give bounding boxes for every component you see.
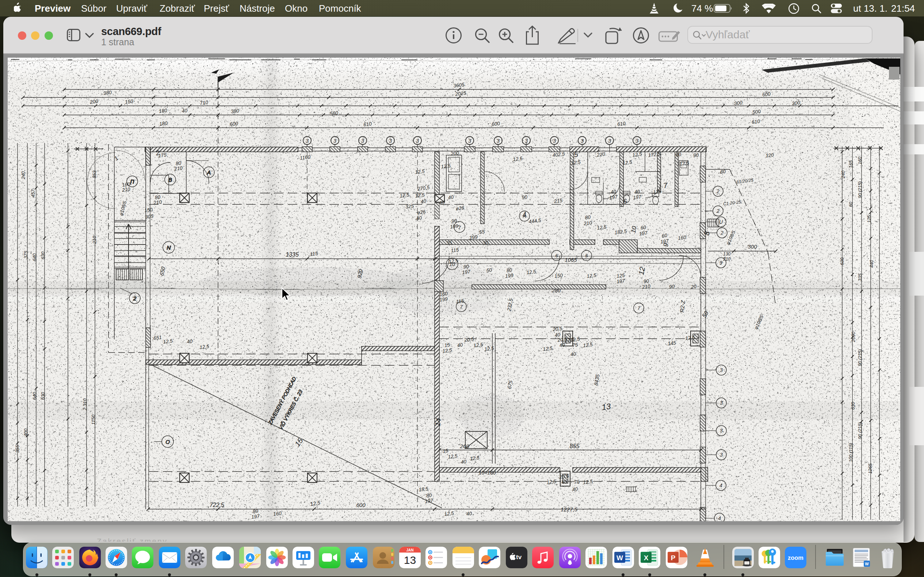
svg-text:640: 640 [32, 392, 37, 400]
svg-text:500: 500 [752, 109, 761, 115]
svg-text:O: O [165, 439, 170, 445]
svg-text:210: 210 [173, 165, 183, 172]
svg-text:3: 3 [581, 138, 584, 144]
svg-text:199: 199 [449, 223, 459, 230]
svg-text:3: 3 [333, 138, 337, 144]
svg-text:B: B [168, 177, 172, 183]
svg-text:3: 3 [361, 138, 365, 144]
svg-text:630: 630 [851, 402, 856, 410]
svg-text:600: 600 [229, 121, 239, 127]
svg-text:40: 40 [559, 342, 565, 348]
svg-text:90: 90 [669, 284, 675, 290]
svg-text:199: 199 [469, 234, 478, 241]
svg-text:175: 175 [158, 152, 167, 159]
svg-text:197: 197 [609, 194, 618, 201]
svg-text:JAN: JAN [406, 548, 414, 552]
svg-text:60: 60 [848, 202, 853, 207]
svg-text:3: 3 [720, 428, 723, 434]
svg-text:600: 600 [491, 121, 500, 127]
svg-text:210: 210 [641, 284, 651, 290]
svg-text:100 (115): 100 (115) [848, 443, 853, 463]
svg-text:zoom: zoom [788, 554, 803, 561]
svg-text:610: 610 [751, 119, 760, 125]
svg-text:80: 80 [585, 214, 591, 221]
svg-text:50: 50 [486, 267, 492, 273]
svg-text:90: 90 [693, 152, 699, 158]
svg-text:199: 199 [505, 272, 514, 279]
svg-text:150: 150 [554, 272, 563, 279]
svg-text:120: 120 [765, 152, 774, 159]
svg-text:2: 2 [716, 208, 719, 214]
svg-text:2: 2 [720, 230, 724, 236]
svg-text:3: 3 [416, 138, 419, 144]
svg-text:80: 80 [675, 152, 682, 158]
svg-text:130: 130 [723, 251, 730, 256]
svg-text:ø26: ø26 [456, 205, 465, 212]
svg-text:40: 40 [561, 479, 567, 485]
svg-text:90 (215): 90 (215) [858, 422, 863, 439]
svg-text:197: 197 [633, 194, 642, 201]
svg-text:3: 3 [608, 138, 611, 144]
svg-text:197: 197 [462, 269, 471, 276]
svg-text:6: 6 [585, 253, 588, 258]
svg-text:300: 300 [748, 243, 757, 250]
svg-text:8: 8 [703, 231, 711, 236]
svg-text:457: 457 [30, 189, 36, 197]
svg-text:2 310: 2 310 [82, 398, 88, 411]
svg-text:600: 600 [356, 502, 365, 508]
svg-text:40: 40 [570, 351, 576, 357]
svg-text:125: 125 [867, 215, 872, 223]
svg-text:300: 300 [792, 100, 801, 106]
svg-text:240: 240 [21, 171, 26, 179]
svg-text:60: 60 [661, 232, 668, 239]
svg-text:2: 2 [716, 188, 719, 194]
svg-text:400: 400 [23, 428, 29, 436]
svg-text:1265: 1265 [868, 464, 873, 474]
svg-text:197: 197 [660, 239, 669, 245]
svg-text:180: 180 [158, 108, 168, 114]
svg-text:13: 13 [601, 401, 611, 412]
svg-text:30: 30 [483, 240, 489, 246]
svg-text:353: 353 [92, 170, 97, 178]
svg-text:90: 90 [522, 194, 528, 200]
svg-text:180: 180 [159, 121, 168, 127]
svg-text:210: 210 [121, 187, 131, 193]
svg-text:40: 40 [457, 342, 463, 348]
svg-text:630: 630 [40, 392, 46, 400]
svg-text:115: 115 [451, 247, 459, 254]
svg-text:630: 630 [840, 258, 845, 265]
svg-text:3: 3 [720, 400, 723, 406]
svg-text:N: N [167, 245, 171, 251]
svg-text:90 (215): 90 (215) [858, 181, 863, 198]
svg-text:40: 40 [460, 459, 467, 465]
svg-text:305: 305 [145, 213, 154, 220]
svg-text:7: 7 [460, 304, 463, 309]
svg-text:40: 40 [187, 338, 193, 345]
svg-text:215: 215 [553, 198, 563, 205]
svg-text:40: 40 [554, 332, 561, 338]
svg-text:15: 15 [442, 448, 449, 454]
svg-text:610: 610 [617, 121, 626, 127]
svg-text:335: 335 [858, 274, 863, 281]
svg-text:12: 12 [637, 266, 646, 276]
svg-text:380: 380 [231, 108, 239, 114]
svg-text:ø26: ø26 [417, 209, 426, 216]
svg-text:197: 197 [616, 278, 625, 285]
svg-text:1335: 1335 [286, 251, 299, 258]
svg-text:722,5: 722,5 [210, 502, 224, 508]
svg-text:325: 325 [405, 203, 414, 210]
svg-text:3: 3 [553, 138, 556, 144]
svg-text:210: 210 [723, 256, 730, 262]
svg-text:35: 35 [446, 240, 452, 246]
svg-text:375: 375 [23, 250, 29, 258]
svg-text:75: 75 [572, 342, 578, 348]
svg-text:20: 20 [690, 284, 697, 290]
svg-text:200: 200 [89, 98, 99, 105]
svg-text:165: 165 [848, 161, 853, 168]
svg-text:710: 710 [199, 100, 208, 106]
svg-text:tv: tv [516, 554, 522, 561]
svg-text:240: 240 [841, 171, 846, 179]
svg-text:90 (215): 90 (215) [858, 349, 863, 366]
svg-text:1227,5: 1227,5 [561, 506, 578, 513]
svg-text:197: 197 [639, 230, 648, 237]
